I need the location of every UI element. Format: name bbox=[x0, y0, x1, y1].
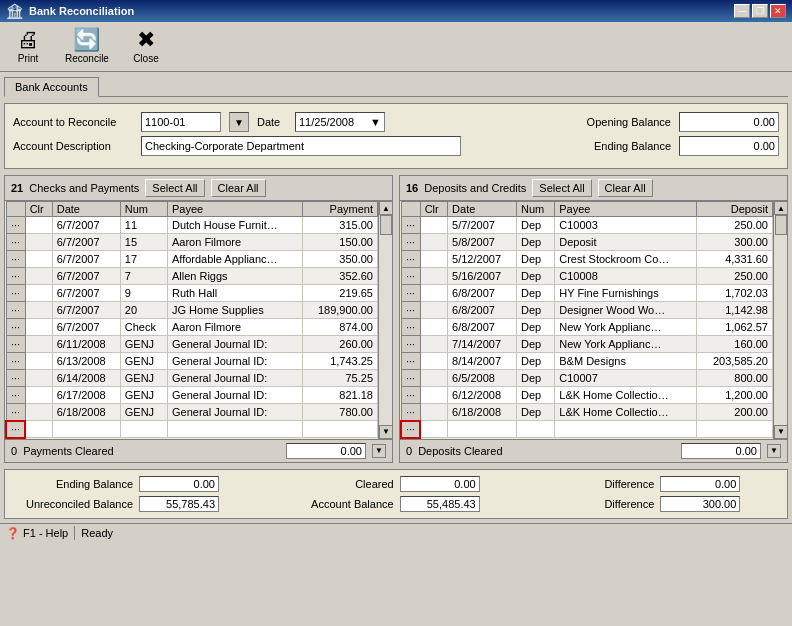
deposits-row-btn[interactable]: ··· bbox=[401, 251, 420, 268]
deposits-row-btn[interactable]: ··· bbox=[401, 319, 420, 336]
deposits-table-row[interactable]: ··· 6/5/2008 Dep C10007 800.00 bbox=[401, 370, 773, 387]
deposits-row-btn[interactable]: ··· bbox=[401, 285, 420, 302]
checks-table-row[interactable]: ··· 6/7/2007 11 Dutch House Furnit… 315.… bbox=[6, 217, 378, 234]
date-dropdown[interactable]: 11/25/2008 ▼ bbox=[295, 112, 385, 132]
checks-panel-footer: 0 Payments Cleared ▼ bbox=[5, 439, 392, 462]
checks-row-btn[interactable]: ··· bbox=[6, 217, 25, 234]
deposits-row-clr bbox=[420, 234, 447, 251]
window-title: Bank Reconciliation bbox=[29, 5, 728, 17]
checks-scroll-thumb[interactable] bbox=[380, 215, 392, 235]
deposits-table-row[interactable]: ··· 8/14/2007 Dep B&M Designs 203,585.20 bbox=[401, 353, 773, 370]
reconcile-button[interactable]: 🔄 Reconcile bbox=[58, 26, 116, 67]
checks-select-all-button[interactable]: Select All bbox=[145, 179, 204, 197]
checks-row-btn[interactable]: ··· bbox=[6, 268, 25, 285]
checks-row-payment: 219.65 bbox=[302, 285, 377, 302]
checks-table-row[interactable]: ··· 6/11/2008 GENJ General Journal ID: 2… bbox=[6, 336, 378, 353]
checks-footer-scroll-down[interactable]: ▼ bbox=[372, 444, 386, 458]
print-icon: 🖨 bbox=[17, 29, 39, 51]
deposits-row-btn[interactable]: ··· bbox=[401, 336, 420, 353]
deposits-row-btn[interactable]: ··· bbox=[401, 234, 420, 251]
tab-bank-accounts[interactable]: Bank Accounts bbox=[4, 77, 99, 97]
deposits-table-row[interactable]: ··· 6/8/2007 Dep New York Applianc… 1,06… bbox=[401, 319, 773, 336]
checks-table-row[interactable]: ··· 6/7/2007 20 JG Home Supplies 189,900… bbox=[6, 302, 378, 319]
deposits-table-row[interactable]: ··· 5/16/2007 Dep C10008 250.00 bbox=[401, 268, 773, 285]
deposits-row-btn[interactable]: ··· bbox=[401, 217, 420, 234]
checks-row-clr bbox=[25, 217, 52, 234]
checks-clear-all-button[interactable]: Clear All bbox=[211, 179, 266, 197]
deposits-row-num: Dep bbox=[516, 268, 554, 285]
checks-table-row[interactable]: ··· 6/14/2008 GENJ General Journal ID: 7… bbox=[6, 370, 378, 387]
deposits-scrollbar[interactable]: ▲ ▼ bbox=[773, 201, 787, 439]
checks-row-btn[interactable]: ··· bbox=[6, 404, 25, 421]
deposits-scroll-down[interactable]: ▼ bbox=[774, 425, 788, 439]
deposits-scroll-up[interactable]: ▲ bbox=[774, 201, 788, 215]
summary-ending-balance-value[interactable] bbox=[139, 476, 219, 492]
deposits-empty-row-btn[interactable]: ··· bbox=[401, 421, 420, 438]
checks-table-row[interactable]: ··· 6/13/2008 GENJ General Journal ID: 1… bbox=[6, 353, 378, 370]
deposits-row-btn[interactable]: ··· bbox=[401, 370, 420, 387]
checks-row-btn[interactable]: ··· bbox=[6, 234, 25, 251]
checks-row-btn[interactable]: ··· bbox=[6, 370, 25, 387]
deposits-row-btn[interactable]: ··· bbox=[401, 404, 420, 421]
deposits-row-payee: C10007 bbox=[555, 370, 697, 387]
opening-balance-input[interactable] bbox=[679, 112, 779, 132]
checks-table-row[interactable]: ··· 6/7/2007 9 Ruth Hall 219.65 bbox=[6, 285, 378, 302]
deposits-row-date: 6/12/2008 bbox=[448, 387, 517, 404]
checks-scroll-down[interactable]: ▼ bbox=[379, 425, 393, 439]
deposits-row-deposit: 1,062.57 bbox=[696, 319, 772, 336]
minimize-button[interactable]: — bbox=[734, 4, 750, 18]
deposits-select-all-button[interactable]: Select All bbox=[532, 179, 591, 197]
deposits-row-btn[interactable]: ··· bbox=[401, 387, 420, 404]
checks-empty-row-btn[interactable]: ··· bbox=[6, 421, 25, 438]
deposits-row-deposit: 203,585.20 bbox=[696, 353, 772, 370]
deposits-row-btn[interactable]: ··· bbox=[401, 353, 420, 370]
close-toolbar-button[interactable]: ✖ Close bbox=[124, 26, 168, 67]
account-dropdown-btn[interactable]: ▼ bbox=[229, 112, 249, 132]
checks-scroll-up[interactable]: ▲ bbox=[379, 201, 393, 215]
deposits-table-row[interactable]: ··· 6/8/2007 Dep Designer Wood Wo… 1,142… bbox=[401, 302, 773, 319]
checks-row-btn[interactable]: ··· bbox=[6, 302, 25, 319]
checks-row-btn[interactable]: ··· bbox=[6, 251, 25, 268]
deposits-empty-clr bbox=[420, 421, 447, 438]
checks-row-btn[interactable]: ··· bbox=[6, 319, 25, 336]
deposits-scroll-track[interactable] bbox=[774, 215, 787, 425]
checks-scroll-track[interactable] bbox=[379, 215, 392, 425]
deposits-table-row[interactable]: ··· 6/8/2007 Dep HY Fine Furnishings 1,7… bbox=[401, 285, 773, 302]
checks-row-btn[interactable]: ··· bbox=[6, 336, 25, 353]
checks-row-btn[interactable]: ··· bbox=[6, 285, 25, 302]
ending-balance-input[interactable] bbox=[679, 136, 779, 156]
deposits-scroll-thumb[interactable] bbox=[775, 215, 787, 235]
deposits-empty-num bbox=[516, 421, 554, 438]
checks-table-row[interactable]: ··· 6/7/2007 15 Aaron Filmore 150.00 bbox=[6, 234, 378, 251]
account-input[interactable] bbox=[141, 112, 221, 132]
close-button[interactable]: ✕ bbox=[770, 4, 786, 18]
deposits-clear-all-button[interactable]: Clear All bbox=[598, 179, 653, 197]
checks-table-row[interactable]: ··· 6/17/2008 GENJ General Journal ID: 8… bbox=[6, 387, 378, 404]
checks-table-row[interactable]: ··· 6/7/2007 7 Allen Riggs 352.60 bbox=[6, 268, 378, 285]
restore-button[interactable]: ❐ bbox=[752, 4, 768, 18]
help-label[interactable]: ❓ F1 - Help bbox=[6, 527, 68, 540]
deposits-table-row[interactable]: ··· 6/18/2008 Dep L&K Home Collectio… 20… bbox=[401, 404, 773, 421]
checks-table-row[interactable]: ··· 6/18/2008 GENJ General Journal ID: 7… bbox=[6, 404, 378, 421]
deposits-row-btn[interactable]: ··· bbox=[401, 268, 420, 285]
deposits-table-row[interactable]: ··· 5/7/2007 Dep C10003 250.00 bbox=[401, 217, 773, 234]
checks-empty-row[interactable]: ··· bbox=[6, 421, 378, 438]
print-button[interactable]: 🖨 Print bbox=[6, 26, 50, 67]
checks-footer-value bbox=[286, 443, 366, 459]
deposits-footer-scroll-down[interactable]: ▼ bbox=[767, 444, 781, 458]
deposits-table-row[interactable]: ··· 7/14/2007 Dep New York Applianc… 160… bbox=[401, 336, 773, 353]
deposits-table-row[interactable]: ··· 5/12/2007 Dep Crest Stockroom Co… 4,… bbox=[401, 251, 773, 268]
checks-row-btn[interactable]: ··· bbox=[6, 353, 25, 370]
checks-row-btn[interactable]: ··· bbox=[6, 387, 25, 404]
checks-scrollbar[interactable]: ▲ ▼ bbox=[378, 201, 392, 439]
deposits-panel: 16 Deposits and Credits Select All Clear… bbox=[399, 175, 788, 463]
deposits-table-row[interactable]: ··· 6/12/2008 Dep L&K Home Collectio… 1,… bbox=[401, 387, 773, 404]
checks-table-row[interactable]: ··· 6/7/2007 Check Aaron Filmore 874.00 bbox=[6, 319, 378, 336]
desc-input[interactable] bbox=[141, 136, 461, 156]
deposits-empty-row[interactable]: ··· bbox=[401, 421, 773, 438]
checks-row-num: 17 bbox=[120, 251, 167, 268]
deposits-row-btn[interactable]: ··· bbox=[401, 302, 420, 319]
deposits-table-row[interactable]: ··· 5/8/2007 Dep Deposit 300.00 bbox=[401, 234, 773, 251]
checks-row-date: 6/7/2007 bbox=[52, 268, 120, 285]
checks-table-row[interactable]: ··· 6/7/2007 17 Affordable Applianc… 350… bbox=[6, 251, 378, 268]
